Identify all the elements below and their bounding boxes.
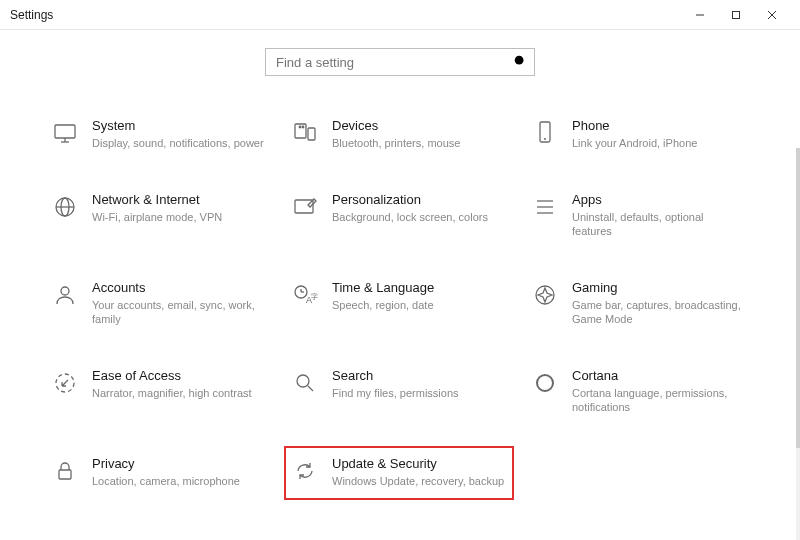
tile-title: Accounts xyxy=(92,280,266,296)
search-input[interactable] xyxy=(265,48,535,76)
magnifier-icon xyxy=(290,368,320,398)
tile-subtitle: Link your Android, iPhone xyxy=(572,136,746,150)
tile-subtitle: Wi-Fi, airplane mode, VPN xyxy=(92,210,266,224)
time-language-icon: A字 xyxy=(290,280,320,310)
tile-personalization[interactable]: Personalization Background, lock screen,… xyxy=(290,188,510,242)
svg-rect-6 xyxy=(55,125,75,138)
tile-cortana[interactable]: Cortana Cortana language, permissions, n… xyxy=(530,364,750,418)
tile-subtitle: Game bar, captures, broadcasting, Game M… xyxy=(572,298,746,326)
tile-subtitle: Location, camera, microphone xyxy=(92,474,266,488)
tile-system[interactable]: System Display, sound, notifications, po… xyxy=(50,114,270,154)
tile-devices[interactable]: Devices Bluetooth, printers, mouse xyxy=(290,114,510,154)
scrollbar-thumb[interactable] xyxy=(796,148,800,448)
tile-title: System xyxy=(92,118,266,134)
tile-search[interactable]: Search Find my files, permissions xyxy=(290,364,510,418)
gaming-icon xyxy=(530,280,560,310)
tile-subtitle: Display, sound, notifications, power xyxy=(92,136,266,150)
globe-icon xyxy=(50,192,80,222)
window-title: Settings xyxy=(10,8,682,22)
tile-subtitle: Uninstall, defaults, optional features xyxy=(572,210,746,238)
tile-title: Gaming xyxy=(572,280,746,296)
tile-title: Update & Security xyxy=(332,456,506,472)
settings-grid: System Display, sound, notifications, po… xyxy=(50,114,750,512)
tile-privacy[interactable]: Privacy Location, camera, microphone xyxy=(50,452,270,492)
tile-subtitle: Bluetooth, printers, mouse xyxy=(332,136,506,150)
phone-icon xyxy=(530,118,560,148)
tile-title: Privacy xyxy=(92,456,266,472)
system-icon xyxy=(50,118,80,148)
tile-title: Personalization xyxy=(332,192,506,208)
svg-point-35 xyxy=(537,375,553,391)
tile-title: Devices xyxy=(332,118,506,134)
tile-title: Ease of Access xyxy=(92,368,266,384)
tile-subtitle: Narrator, magnifier, high contrast xyxy=(92,386,266,400)
tile-accounts[interactable]: Accounts Your accounts, email, sync, wor… xyxy=(50,276,270,330)
tile-title: Search xyxy=(332,368,506,384)
tile-subtitle: Your accounts, email, sync, work, family xyxy=(92,298,266,326)
tile-title: Network & Internet xyxy=(92,192,266,208)
svg-point-12 xyxy=(302,126,304,128)
update-icon xyxy=(290,456,320,486)
tile-update-security[interactable]: Update & Security Windows Update, recove… xyxy=(284,446,514,500)
personalization-icon xyxy=(290,192,320,222)
svg-point-11 xyxy=(299,126,301,128)
svg-point-25 xyxy=(61,287,69,295)
tile-subtitle: Background, lock screen, colors xyxy=(332,210,506,224)
tile-time-language[interactable]: A字 Time & Language Speech, region, date xyxy=(290,276,510,330)
tile-subtitle: Find my files, permissions xyxy=(332,386,506,400)
search-bar xyxy=(265,48,535,76)
tile-subtitle: Windows Update, recovery, backup xyxy=(332,474,506,488)
titlebar: Settings xyxy=(0,0,800,30)
svg-text:字: 字 xyxy=(311,293,318,300)
svg-point-33 xyxy=(297,375,309,387)
tile-gaming[interactable]: Gaming Game bar, captures, broadcasting,… xyxy=(530,276,750,330)
svg-rect-1 xyxy=(733,11,740,18)
svg-line-34 xyxy=(308,386,313,391)
svg-point-4 xyxy=(515,56,524,65)
tile-phone[interactable]: Phone Link your Android, iPhone xyxy=(530,114,750,154)
maximize-button[interactable] xyxy=(718,1,754,29)
cortana-icon xyxy=(530,368,560,398)
svg-rect-10 xyxy=(308,128,315,140)
content: System Display, sound, notifications, po… xyxy=(0,48,800,540)
svg-line-5 xyxy=(523,64,527,68)
tile-title: Phone xyxy=(572,118,746,134)
devices-icon xyxy=(290,118,320,148)
minimize-button[interactable] xyxy=(682,1,718,29)
close-button[interactable] xyxy=(754,1,790,29)
ease-of-access-icon xyxy=(50,368,80,398)
tile-ease-of-access[interactable]: Ease of Access Narrator, magnifier, high… xyxy=(50,364,270,418)
tile-subtitle: Speech, region, date xyxy=(332,298,506,312)
svg-rect-36 xyxy=(59,470,71,479)
tile-apps[interactable]: Apps Uninstall, defaults, optional featu… xyxy=(530,188,750,242)
tile-title: Cortana xyxy=(572,368,746,384)
search-icon xyxy=(513,54,527,71)
tile-title: Apps xyxy=(572,192,746,208)
scrollbar[interactable] xyxy=(796,148,800,540)
tile-network[interactable]: Network & Internet Wi-Fi, airplane mode,… xyxy=(50,188,270,242)
lock-icon xyxy=(50,456,80,486)
tile-title: Time & Language xyxy=(332,280,506,296)
accounts-icon xyxy=(50,280,80,310)
apps-icon xyxy=(530,192,560,222)
tile-subtitle: Cortana language, permissions, notificat… xyxy=(572,386,746,414)
